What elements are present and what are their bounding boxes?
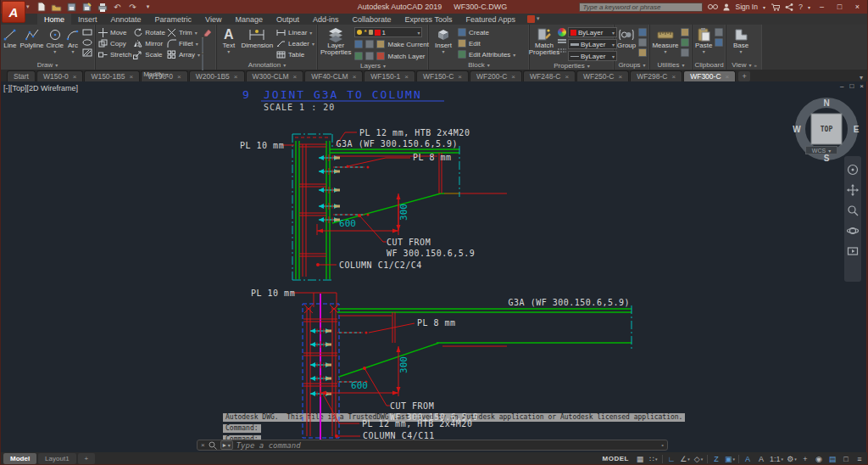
wcs-menu[interactable]: WCS▾ (805, 146, 837, 154)
text-caret-icon[interactable]: ▾ (227, 49, 230, 54)
quick-select-icon[interactable] (681, 28, 689, 36)
rectangle-icon[interactable] (82, 28, 92, 36)
pan-icon[interactable] (847, 183, 860, 196)
command-grip-icon[interactable]: • (661, 441, 664, 449)
app-menu-caret-icon[interactable]: ▾ (26, 3, 30, 10)
clean-screen-icon[interactable]: □ (841, 454, 851, 464)
tab-overflow-icon[interactable]: ▾ (860, 74, 863, 81)
object-snap-icon[interactable]: ▣▾ (725, 454, 735, 464)
search-binoculars-icon[interactable] (708, 3, 718, 10)
ribbon-tab-view[interactable]: View (198, 14, 228, 25)
help-icon[interactable]: ? (798, 3, 803, 11)
user-icon[interactable] (723, 3, 730, 11)
viewcube-top-face[interactable]: TOP (821, 126, 833, 133)
window-minimize-button[interactable]: – (815, 2, 828, 12)
new-drawing-tab-button[interactable]: + (738, 71, 750, 81)
annotation-monitor-icon[interactable]: + (800, 454, 810, 464)
match-layer-button[interactable]: Match Layer (354, 51, 428, 61)
viewcube-north[interactable]: N (823, 98, 829, 108)
ribbon-tab-express-tools[interactable]: Express Tools (398, 14, 459, 25)
snap-mode-icon[interactable]: ∷▾ (648, 454, 659, 464)
isolate-objects-icon[interactable]: ◉ (814, 454, 824, 464)
help-caret-icon[interactable]: ▾ (808, 4, 810, 10)
layer-select[interactable]: * 1 ▾ (354, 27, 422, 37)
ribbon-tab-manage[interactable]: Manage (228, 14, 270, 25)
doc-tab-wf150-1[interactable]: WF150-1× (364, 70, 415, 81)
ribbon-tab-output[interactable]: Output (270, 14, 306, 25)
text-button[interactable]: A Text ▾ (220, 26, 238, 55)
command-prompt-icon[interactable]: ▸▾ (220, 440, 233, 450)
undo-icon[interactable]: ↶ (112, 2, 123, 12)
app-logo-icon[interactable]: A (2, 1, 25, 23)
measure-button[interactable]: Measure ▾ (653, 26, 678, 55)
panel-label-annotation[interactable]: Annotation▾ (217, 60, 317, 70)
orbit-icon[interactable] (847, 224, 860, 237)
match-properties-button[interactable]: Match Properties (532, 26, 556, 57)
panel-label-utilities[interactable]: Utilities▾ (650, 60, 692, 70)
ribbon-tab-home[interactable]: Home (37, 14, 71, 25)
leader-button[interactable]: Leader▾ (276, 38, 314, 48)
polyline-button[interactable]: Polyline (20, 26, 44, 49)
edit-block-button[interactable]: Edit (458, 38, 515, 48)
ribbon-tab-addins[interactable]: Add-ins (306, 14, 346, 25)
ortho-mode-icon[interactable]: ∟ (666, 454, 676, 464)
layout1-tab[interactable]: Layout1 (38, 453, 75, 464)
viewcube-south[interactable]: S (824, 154, 830, 163)
group-edit-icon[interactable] (638, 38, 647, 47)
customization-menu-icon[interactable]: ≡ (854, 454, 865, 464)
trim-button[interactable]: Trim▾ (167, 27, 200, 37)
fillet-button[interactable]: Fillet▾ (167, 38, 200, 48)
arc-button[interactable]: Arc ▾ (66, 26, 80, 55)
base-caret-icon[interactable]: ▾ (739, 49, 742, 54)
command-close-icon[interactable]: × (201, 441, 205, 449)
linetype-list-icon[interactable] (558, 48, 566, 53)
circle-button[interactable]: Circle ▾ (47, 26, 64, 55)
ribbon-tab-insert[interactable]: Insert (71, 14, 104, 25)
dimension-button[interactable]: Dimension (241, 26, 274, 49)
new-layout-button[interactable]: + (78, 453, 96, 464)
lineweight-list-icon[interactable] (558, 39, 566, 46)
measure-caret-icon[interactable]: ▾ (664, 49, 666, 54)
linetype-select[interactable]: ByLayer▾ (568, 51, 617, 61)
zoom-icon[interactable] (847, 204, 860, 216)
sign-in-button[interactable]: Sign In (735, 3, 757, 11)
object-snap-tracking-icon[interactable]: Z (711, 454, 721, 464)
viewport-controls[interactable]: [-][Top][2D Wireframe] (3, 84, 78, 92)
connect-apps-icon[interactable] (527, 15, 535, 23)
quick-calc-icon[interactable] (681, 38, 689, 47)
panel-label-properties[interactable]: Properties▾ (530, 61, 614, 70)
array-button[interactable]: Array▾ (167, 49, 200, 59)
doc-tab-start[interactable]: Start (7, 70, 36, 81)
explode-icon[interactable] (202, 38, 212, 53)
redo-icon[interactable]: ↷ (127, 2, 138, 12)
ribbon-tab-annotate[interactable]: Annotate (104, 14, 148, 25)
copy-clip-icon[interactable] (715, 28, 723, 36)
create-block-button[interactable]: Create (458, 27, 515, 37)
doc-tab-wf150-c[interactable]: WF150-C× (416, 70, 469, 81)
cut-clip-icon[interactable] (715, 38, 723, 47)
annotation-autoscale-icon[interactable]: A (756, 454, 766, 464)
new-file-icon[interactable] (36, 2, 47, 12)
circle-caret-icon[interactable]: ▾ (53, 49, 56, 54)
qat-customize-caret-icon[interactable]: ▾ (142, 2, 153, 12)
graphics-performance-icon[interactable]: ▤ (827, 454, 837, 464)
panel-label-clipboard[interactable]: Clipboard (693, 60, 726, 70)
scale-button[interactable]: Scale (133, 49, 165, 59)
ellipse-icon[interactable] (82, 38, 92, 47)
save-as-icon[interactable] (81, 2, 92, 12)
share-icon[interactable] (785, 3, 793, 11)
stretch-button[interactable]: Stretch (98, 49, 131, 59)
viewcube-west[interactable]: W (793, 125, 801, 134)
panel-label-modify[interactable]: Modify▾ (96, 70, 216, 78)
navigation-wheel-icon[interactable] (847, 163, 860, 176)
panel-label-layers[interactable]: Layers▾ (318, 61, 428, 70)
showmotion-icon[interactable] (847, 244, 860, 257)
command-input[interactable] (236, 441, 658, 450)
insert-button[interactable]: Insert ▾ (431, 26, 455, 55)
polar-tracking-icon[interactable]: ∠▾ (680, 454, 690, 464)
edit-attributes-button[interactable]: Edit Attributes▾ (458, 49, 515, 59)
drawing-canvas[interactable]: [-][Top][2D Wireframe] – □ × Autodesk DW… (0, 81, 868, 452)
window-maximize-button[interactable]: □ (833, 2, 846, 12)
sign-in-caret-icon[interactable]: ▾ (763, 4, 765, 10)
doc-tab-wf248-c[interactable]: WF248-C× (523, 70, 576, 81)
